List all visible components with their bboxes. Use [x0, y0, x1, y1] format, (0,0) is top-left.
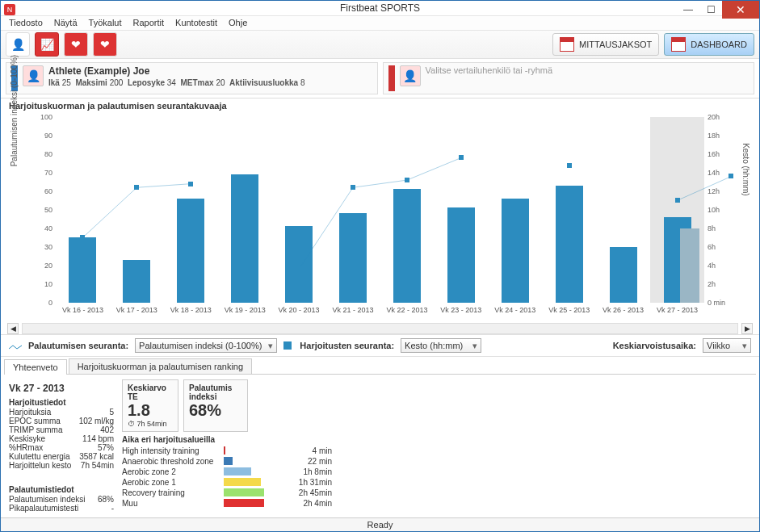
- zone-row: High intensity training4 min: [122, 446, 332, 456]
- main-chart: Palautumisen indeksi (0-100%) Kesto (hh:…: [7, 113, 753, 323]
- recovery-data-header: Palautumistiedot: [9, 482, 114, 494]
- minimize-button[interactable]: —: [677, 1, 699, 19]
- x-tick: Vk 19 - 2013: [218, 306, 272, 314]
- chart-point: [459, 155, 464, 160]
- calendar-icon: [671, 37, 686, 52]
- summary-row: Keskisyke114 bpm: [9, 434, 114, 443]
- summary-row: EPOC summa102 ml/kg: [9, 417, 114, 425]
- menu-näytä[interactable]: Näytä: [49, 16, 82, 29]
- x-tick: Vk 27 - 2013: [650, 306, 704, 314]
- ytick-right: 20h: [708, 113, 720, 121]
- summary-panel: Vk 27 - 2013 Harjoitustiedot Harjoituksi…: [1, 375, 759, 517]
- chart-point: [188, 182, 193, 186]
- chart-point: [405, 178, 409, 182]
- summary-row: Harjoittelun kesto7h 54min: [9, 461, 114, 470]
- summary-header: Vk 27 - 2013: [9, 379, 114, 394]
- titlebar: N Firstbeat SPORTS — ☐ ✕: [1, 1, 759, 16]
- heart-plus-icon[interactable]: ❤: [64, 32, 88, 57]
- svg-line-0: [82, 187, 136, 237]
- person-icon[interactable]: 👤: [6, 32, 30, 57]
- chart-point: [351, 185, 355, 190]
- zones-header: Aika eri harjoitusalueilla: [122, 435, 332, 444]
- athlete-card[interactable]: 👤 Athlete (Example) Joe Ikä 25 Maksimi 2…: [6, 62, 378, 94]
- zone-row: Muu2h 4min: [122, 498, 332, 509]
- avatar-icon: 👤: [400, 65, 421, 86]
- ytick-left: 0: [48, 299, 52, 307]
- training-data-header: Harjoitustiedot: [9, 395, 114, 407]
- menu-työkalut[interactable]: Työkalut: [84, 16, 127, 29]
- ytick-right: 6h: [708, 243, 716, 251]
- ytick-left: 70: [44, 169, 52, 177]
- x-tick: Vk 26 - 2013: [596, 306, 650, 314]
- compare-card[interactable]: 👤 Valitse vertailuhenkilö tai -ryhmä: [383, 62, 755, 94]
- tab-summary[interactable]: Yhteenveto: [4, 359, 67, 375]
- ytick-right: 4h: [708, 262, 716, 270]
- menu-tiedosto[interactable]: Tiedosto: [4, 16, 48, 29]
- x-tick: Vk 22 - 2013: [380, 306, 435, 314]
- x-tick: Vk 20 - 2013: [272, 306, 326, 314]
- ytick-left: 80: [44, 150, 52, 158]
- ytick-right: 16h: [708, 150, 720, 158]
- x-tick: Vk 23 - 2013: [434, 306, 488, 314]
- mittausjaksot-label: MITTAUSJAKSOT: [579, 40, 652, 49]
- ytick-left: 30: [44, 243, 52, 251]
- zone-row: Anaerobic threshold zone22 min: [122, 456, 332, 467]
- calendar-icon: [560, 37, 574, 52]
- menu-kuntotestit[interactable]: Kuntotestit: [170, 16, 222, 29]
- ytick-left: 40: [44, 224, 52, 232]
- ytick-left: 60: [44, 187, 52, 195]
- chart-title: Harjoituskuorman ja palautumisen seurant…: [1, 98, 759, 113]
- line-legend-icon: [9, 342, 22, 349]
- index-card: Palautumis indeksi 68%: [183, 379, 248, 432]
- chart-point: [296, 266, 301, 271]
- ytick-right: 14h: [708, 169, 720, 177]
- zone-row: Aerobic zone 21h 8min: [122, 467, 332, 477]
- chart-point: [729, 174, 733, 178]
- x-tick: Vk 16 - 2013: [56, 306, 110, 314]
- zone-row: Recovery training2h 45min: [122, 488, 332, 498]
- dashboard-button[interactable]: DASHBOARD: [664, 33, 754, 56]
- scroll-track[interactable]: [22, 323, 738, 334]
- x-tick: Vk 21 - 2013: [326, 306, 380, 314]
- scroll-right-button[interactable]: ▶: [741, 323, 753, 334]
- close-button[interactable]: ✕: [722, 1, 759, 19]
- te-card: Keskiarvo TE 1.8 ⏱ 7h 54min: [122, 379, 178, 432]
- menu-ohje[interactable]: Ohje: [224, 16, 252, 29]
- x-tick: Vk 24 - 2013: [488, 306, 542, 314]
- ytick-right: 0 min: [708, 299, 725, 307]
- menu-raportit[interactable]: Raportit: [128, 16, 170, 29]
- dashboard-label: DASHBOARD: [691, 40, 747, 49]
- summary-row: Kulutettu energia3587 kcal: [9, 452, 114, 461]
- pal-filter-label: Palautumisen seuranta:: [28, 341, 128, 350]
- avg-filter-select[interactable]: Viikko: [703, 338, 751, 353]
- ytick-left: 90: [44, 132, 52, 140]
- stripe-icon: [388, 65, 395, 91]
- tab-ranking[interactable]: Harjoituskuorman ja palautumisen ranking: [69, 358, 252, 374]
- har-filter-select[interactable]: Kesto (hh:mm): [401, 338, 481, 353]
- bar-legend-icon: [283, 341, 292, 350]
- zone-row: Aerobic zone 11h 31min: [122, 477, 332, 488]
- chart-point: [80, 235, 85, 240]
- athlete-stats: Ikä 25 Maksimi 200 Leposyke 34 METmax 20…: [48, 78, 304, 87]
- ytick-right: 8h: [708, 224, 716, 232]
- chart-point: [134, 185, 139, 190]
- pal-filter-select[interactable]: Palautumisen indeksi (0-100%): [135, 338, 277, 353]
- menubar: TiedostoNäytäTyökalutRaportitKuntotestit…: [1, 16, 759, 30]
- ytick-right: 10h: [708, 206, 720, 214]
- heart-new-icon[interactable]: ❤: [93, 32, 117, 57]
- mittausjaksot-button[interactable]: MITTAUSJAKSOT: [552, 33, 659, 56]
- chart-scroll[interactable]: ◀ ▶: [1, 323, 759, 334]
- athlete-name: Athlete (Example) Joe: [48, 65, 304, 77]
- summary-row: TRIMP summa402: [9, 425, 114, 434]
- chart-icon[interactable]: 📈: [35, 32, 59, 57]
- svg-line-4: [407, 157, 461, 180]
- ytick-left: 100: [40, 113, 52, 121]
- summary-row: Harjoituksia5: [9, 408, 114, 417]
- svg-line-2: [299, 187, 353, 269]
- scroll-left-button[interactable]: ◀: [7, 323, 19, 334]
- maximize-button[interactable]: ☐: [699, 1, 722, 19]
- status-bar: Ready: [1, 517, 759, 531]
- avatar-icon: 👤: [23, 65, 44, 86]
- summary-row: Palautumisen indeksi68%: [9, 495, 114, 504]
- toolbar: 👤 📈 ❤ ❤ MITTAUSJAKSOT DASHBOARD: [1, 31, 759, 59]
